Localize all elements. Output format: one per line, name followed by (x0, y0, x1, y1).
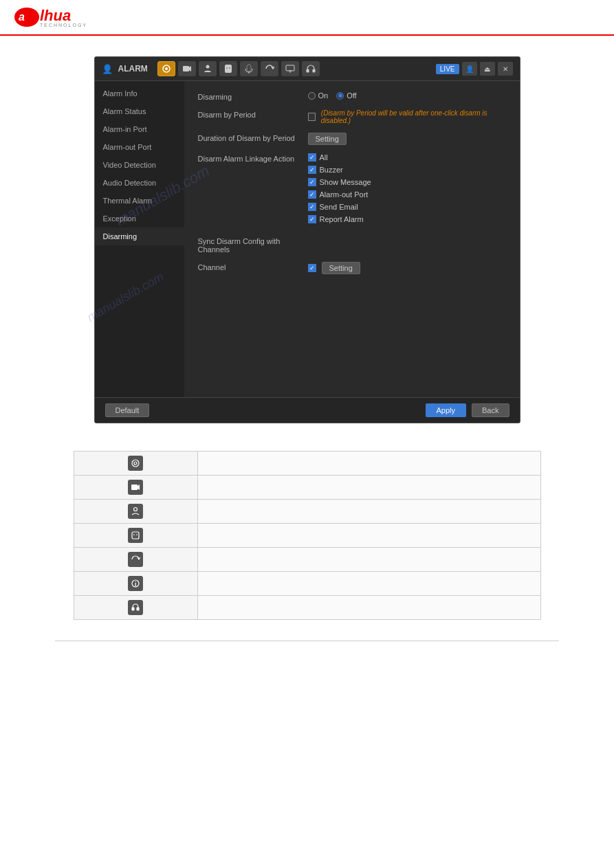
sidebar-item-alarm-out-port[interactable]: Alarm-out Port (95, 138, 184, 156)
disarm-period-label: Disarm by Period (198, 109, 308, 119)
table-row (74, 452, 540, 476)
toolbar-title: ALARM (118, 64, 148, 74)
table-row (74, 548, 540, 572)
svg-point-17 (134, 462, 137, 465)
logo: a lhua TECHNOLOGY (14, 7, 87, 27)
checkbox-report-alarm[interactable]: Report Alarm (308, 215, 371, 223)
icon-cell-2 (83, 480, 189, 495)
checkbox-alarm-out-port-box (308, 190, 316, 199)
sidebar-item-thermal-alarm[interactable]: Thermal Alarm (95, 192, 184, 210)
sidebar-item-alarm-info[interactable]: Alarm Info (95, 85, 184, 102)
toolbar-left: 👤 ALARM (102, 61, 320, 76)
table-row (74, 524, 540, 548)
checkbox-show-message-label: Show Message (320, 178, 371, 186)
table-row: i (74, 572, 540, 596)
svg-rect-26 (132, 608, 134, 610)
icon-box-1 (128, 456, 143, 471)
checkbox-all-label: All (320, 153, 328, 162)
icon-cell-6: i (83, 576, 189, 591)
user-action[interactable]: 👤 (462, 62, 477, 76)
toolbar-icon-headphone[interactable] (302, 61, 320, 76)
checkbox-buzzer-label: Buzzer (320, 166, 343, 174)
footer-line (55, 641, 559, 641)
svg-text:i: i (135, 581, 137, 588)
channel-checkbox[interactable] (308, 264, 316, 272)
alarm-icon: 👤 (102, 64, 113, 74)
svg-rect-4 (183, 66, 189, 71)
checkbox-show-message-box (308, 178, 316, 186)
radio-off[interactable]: Off (336, 91, 356, 100)
toolbar-icon-face[interactable] (219, 61, 237, 76)
toolbar-right: LIVE 👤 ⏏ ✕ (436, 62, 513, 76)
svg-rect-21 (132, 532, 139, 539)
sidebar-item-disarming[interactable]: Disarming (95, 227, 184, 245)
table-cell-desc-1 (197, 452, 540, 476)
screenshot-wrapper: manualslib.com manualslib.com 👤 ALARM (28, 49, 586, 430)
icon-cell-7 (83, 600, 189, 615)
disarm-checkboxes: All Buzzer Show Message (308, 153, 371, 227)
logo-text: lhua (40, 7, 71, 24)
checkbox-alarm-out-port-label: Alarm-out Port (320, 190, 369, 199)
logout-action[interactable]: ⏏ (480, 62, 495, 76)
svg-marker-5 (189, 66, 191, 71)
toolbar-icon-motion[interactable] (157, 61, 175, 76)
svg-rect-11 (286, 65, 294, 71)
sidebar-item-alarm-in-port[interactable]: Alarm-in Port (95, 120, 184, 138)
disarm-period-checkbox[interactable] (308, 113, 316, 121)
checkbox-send-email-label: Send Email (320, 203, 358, 211)
table-cell-desc-5 (197, 548, 540, 572)
toolbar-icon-audio[interactable] (240, 61, 258, 76)
toolbar-icon-display[interactable] (281, 61, 299, 76)
sidebar-item-alarm-status[interactable]: Alarm Status (95, 102, 184, 120)
checkbox-all[interactable]: All (308, 153, 371, 162)
toolbar-icon-refresh[interactable] (261, 61, 278, 76)
table-row (74, 500, 540, 524)
icon-box-5 (128, 552, 143, 567)
svg-rect-7 (225, 65, 232, 73)
channel-control: Setting (308, 262, 360, 274)
icon-cell-3 (83, 504, 189, 519)
channel-setting-button[interactable]: Setting (322, 262, 360, 274)
sync-label: Sync Disarm Config with Channels (198, 236, 308, 254)
table-row (74, 596, 540, 620)
apply-button[interactable]: Apply (426, 403, 467, 417)
bottom-bar: Default Apply Back (95, 397, 520, 423)
checkbox-send-email[interactable]: Send Email (308, 203, 371, 211)
checkbox-show-message[interactable]: Show Message (308, 178, 371, 186)
sidebar-item-exception[interactable]: Exception (95, 210, 184, 227)
svg-point-6 (206, 65, 209, 69)
svg-rect-18 (131, 485, 138, 490)
duration-label: Duration of Disarm by Period (198, 133, 308, 142)
checkbox-buzzer[interactable]: Buzzer (308, 166, 371, 174)
svg-point-16 (132, 460, 139, 467)
icon-box-2 (128, 480, 143, 495)
svg-point-20 (134, 508, 138, 511)
radio-off-circle (336, 92, 344, 100)
icon-box-3 (128, 504, 143, 519)
default-button[interactable]: Default (105, 403, 150, 417)
logo-icon: a (14, 7, 40, 27)
disarm-period-control: (Disarm by Period will be valid after on… (308, 109, 506, 124)
svg-marker-19 (138, 485, 140, 490)
logo-subtext: TECHNOLOGY (40, 23, 87, 27)
radio-off-label: Off (347, 91, 356, 100)
toolbar-icon-video[interactable] (178, 61, 196, 76)
checkbox-all-box (308, 153, 316, 162)
radio-on[interactable]: On (308, 91, 329, 100)
checkbox-buzzer-box (308, 166, 316, 174)
checkbox-report-alarm-label: Report Alarm (320, 215, 364, 223)
sidebar-item-audio-detection[interactable]: Audio Detection (95, 174, 184, 192)
channel-label: Channel (198, 262, 308, 271)
table-row (74, 476, 540, 500)
back-button[interactable]: Back (472, 403, 509, 417)
sidebar-item-video-detection[interactable]: Video Detection (95, 156, 184, 174)
toolbar-icon-person[interactable] (199, 61, 217, 76)
icon-box-6: i (128, 576, 143, 591)
table-cell-desc-6 (197, 572, 540, 596)
icon-cell-1 (83, 456, 189, 471)
duration-setting-button[interactable]: Setting (308, 133, 347, 145)
disarm-alarm-row: Disarm Alarm Linkage Action All Buzzer (198, 153, 506, 227)
live-button[interactable]: LIVE (436, 64, 459, 74)
close-action[interactable]: ✕ (498, 62, 513, 76)
checkbox-alarm-out-port[interactable]: Alarm-out Port (308, 190, 371, 199)
